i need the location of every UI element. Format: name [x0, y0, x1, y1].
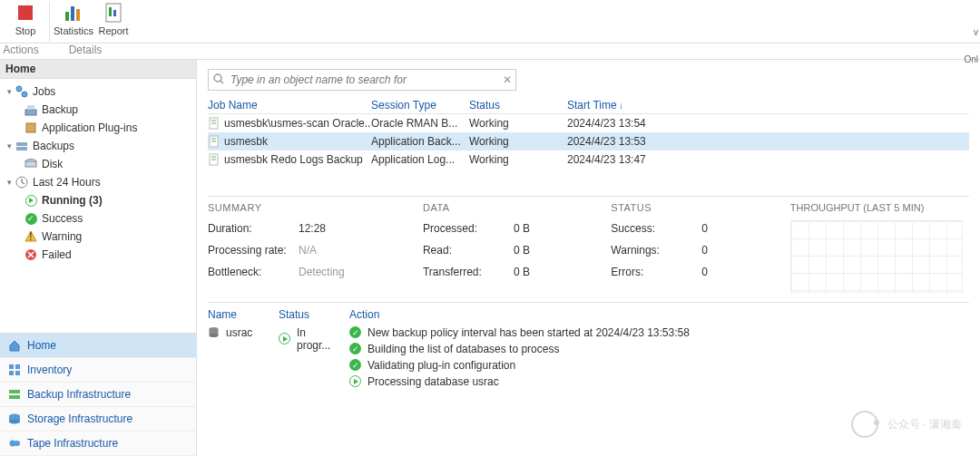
search-input[interactable] — [230, 73, 497, 86]
duration-value: 12:28 — [299, 222, 353, 235]
ribbon-separator — [49, 2, 50, 42]
success-value: 0 — [701, 222, 756, 235]
tree-plugins-label: Application Plug-ins — [42, 121, 137, 134]
navpane-tape-infra-label: Tape Infrastructure — [27, 437, 118, 450]
transferred-label: Transferred: — [423, 266, 514, 278]
job-status: Working — [469, 135, 567, 148]
tree-last24-label: Last 24 Hours — [33, 176, 101, 189]
job-row[interactable]: usmesbk Redo Logs Backup Application Log… — [208, 150, 969, 169]
job-row[interactable]: usmesbk\usmes-scan Oracle... Oracle RMAN… — [208, 114, 969, 132]
backups-icon — [15, 139, 29, 153]
svg-rect-10 — [27, 105, 34, 110]
tree-plugins[interactable]: Application Plug-ins — [0, 119, 196, 137]
job-start: 2024/4/23 13:47 — [567, 153, 703, 166]
report-button[interactable]: Report — [93, 2, 133, 36]
job-row[interactable]: usmesbk Application Back... Working 2024… — [208, 132, 969, 150]
search-box[interactable]: ✕ — [208, 69, 516, 91]
file-icon — [208, 117, 220, 130]
tree-backups[interactable]: ▾Backups — [0, 137, 196, 155]
job-type: Application Back... — [371, 135, 469, 148]
throughput-head: THROUGHPUT (LAST 5 MIN) — [790, 202, 969, 213]
navpane-tape-infra[interactable]: Tape Infrastructure — [0, 432, 196, 456]
throughput-section: THROUGHPUT (LAST 5 MIN) — [790, 202, 969, 293]
search-icon — [212, 73, 225, 88]
status-section: STATUS Success:0 Warnings:0 Errors:0 — [611, 202, 790, 293]
svg-point-8 — [22, 92, 27, 97]
svg-point-27 — [9, 420, 20, 424]
action-log-panel: Name usrac Status In progr... Action ✓Ne… — [208, 302, 969, 392]
read-value: 0 B — [514, 244, 568, 257]
action-line: Building the list of databases to proces… — [368, 343, 559, 355]
clock-icon — [15, 175, 29, 189]
rate-label: Processing rate: — [208, 244, 299, 257]
svg-rect-5 — [109, 7, 112, 16]
tree-jobs[interactable]: ▾Jobs — [0, 82, 196, 101]
success-label: Success: — [611, 222, 701, 235]
tree-disk[interactable]: Disk — [0, 155, 196, 173]
svg-point-7 — [16, 86, 22, 92]
obj-status-head: Status — [279, 308, 333, 321]
stop-button[interactable]: Stop — [5, 2, 45, 36]
tree-warning[interactable]: !Warning — [0, 228, 196, 246]
svg-rect-22 — [15, 371, 20, 375]
tree-failed-label: Failed — [42, 248, 72, 261]
collapse-icon[interactable]: ▾ — [4, 87, 15, 96]
col-status[interactable]: Status — [469, 99, 567, 112]
in-progress-icon — [279, 333, 291, 345]
duration-label: Duration: — [208, 222, 299, 235]
summary-head: SUMMARY — [208, 202, 401, 213]
job-start: 2024/4/23 13:53 — [567, 135, 703, 148]
tree-failed[interactable]: Failed — [0, 246, 196, 264]
read-label: Read: — [423, 244, 514, 257]
collapse-icon[interactable]: ▾ — [4, 141, 15, 150]
navpane-backup-infra[interactable]: Backup Infrastructure — [0, 383, 196, 407]
svg-rect-11 — [26, 123, 35, 132]
collapse-icon[interactable]: ▾ — [4, 178, 15, 187]
warning-icon: ! — [24, 229, 38, 244]
svg-rect-0 — [18, 5, 33, 20]
svg-rect-9 — [25, 110, 36, 115]
col-starttime[interactable]: Start Time↓ — [567, 99, 703, 112]
sidebar-title: Home — [0, 60, 196, 79]
details-panel: SUMMARY Duration:12:28 Processing rate:N… — [208, 196, 969, 293]
svg-point-29 — [15, 441, 20, 446]
tree-running[interactable]: Running (3) — [0, 191, 196, 209]
job-name: usmesbk — [224, 135, 268, 148]
tree-backup[interactable]: Backup — [0, 101, 196, 119]
tape-infra-icon — [7, 436, 22, 451]
navpane-inventory[interactable]: Inventory — [0, 358, 196, 383]
action-line: Validating plug-in configuration — [368, 359, 515, 372]
navpane-home[interactable]: Home — [0, 334, 196, 358]
disk-icon — [24, 157, 38, 171]
storage-infra-icon — [7, 412, 22, 426]
job-type: Oracle RMAN B... — [371, 117, 469, 130]
navpane-storage-infra-label: Storage Infrastructure — [27, 412, 132, 425]
tree-success[interactable]: ✓Success — [0, 209, 196, 228]
obj-status-value: In progr... — [297, 326, 333, 352]
ribbon-group-actions: Actions — [0, 44, 42, 59]
navpane-home-label: Home — [27, 339, 56, 352]
throughput-chart — [790, 220, 963, 293]
job-type: Application Log... — [371, 153, 469, 166]
clear-search-icon[interactable]: ✕ — [503, 73, 512, 86]
svg-rect-1 — [65, 12, 69, 21]
content-area: ✕ Job Name Session Type Status Start Tim… — [197, 60, 980, 456]
statistics-button[interactable]: Statistics — [54, 2, 93, 36]
svg-point-36 — [210, 334, 219, 337]
stop-label: Stop — [15, 25, 36, 36]
svg-rect-3 — [76, 9, 80, 21]
col-jobname[interactable]: Job Name — [208, 99, 371, 112]
summary-section: SUMMARY Duration:12:28 Processing rate:N… — [208, 202, 423, 293]
in-progress-icon — [349, 375, 362, 388]
navpane-storage-infra[interactable]: Storage Infrastructure — [0, 407, 196, 432]
svg-point-30 — [214, 74, 221, 82]
nav-panes: Home Inventory Backup Infrastructure Sto… — [0, 333, 196, 456]
col-sessiontype[interactable]: Session Type — [371, 99, 469, 112]
navpane-inventory-label: Inventory — [27, 364, 72, 376]
tree-last24[interactable]: ▾Last 24 Hours — [0, 173, 196, 191]
tree-jobs-label: Jobs — [33, 85, 55, 98]
action-line: New backup policy interval has been star… — [368, 326, 690, 339]
svg-rect-23 — [9, 390, 20, 393]
report-icon — [103, 2, 124, 24]
rate-value: N/A — [299, 244, 353, 257]
